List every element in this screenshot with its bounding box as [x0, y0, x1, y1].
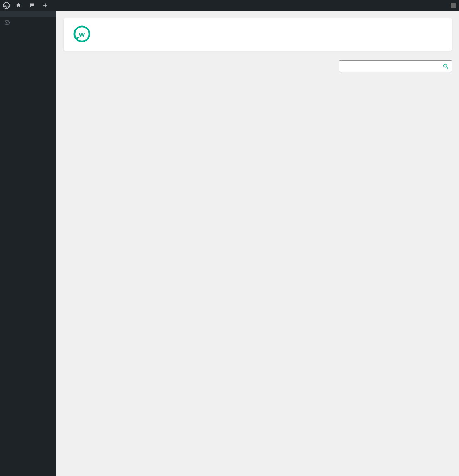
wpdiscuz-logo: w — [73, 25, 90, 43]
search-box — [339, 60, 452, 72]
home-icon — [16, 2, 21, 9]
howdy-link[interactable] — [447, 3, 456, 8]
plus-icon — [42, 2, 48, 9]
new-link[interactable] — [42, 2, 50, 9]
admin-sidebar — [0, 11, 56, 476]
collapse-icon — [4, 20, 10, 27]
avatar — [451, 3, 456, 8]
svg-text:w: w — [79, 30, 85, 38]
comments-link[interactable] — [29, 2, 37, 9]
wpdiscuz-submenu — [0, 11, 56, 17]
wp-logo[interactable] — [3, 2, 10, 9]
comment-icon — [29, 2, 35, 9]
svg-point-4 — [444, 64, 447, 67]
svg-point-1 — [5, 20, 10, 25]
adminbar — [0, 0, 459, 11]
search-input[interactable] — [339, 60, 452, 72]
site-link[interactable] — [16, 2, 23, 9]
content: w — [56, 11, 459, 476]
plugin-header: w — [64, 18, 452, 51]
collapse-menu[interactable] — [0, 17, 56, 29]
